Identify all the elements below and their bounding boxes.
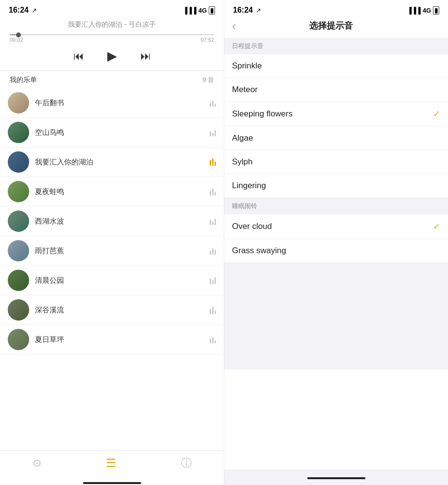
- list-item[interactable]: 夏日草坪: [0, 325, 224, 355]
- play-button[interactable]: ▶: [107, 48, 117, 64]
- sound-name: Sylph: [232, 157, 440, 167]
- song-title: 深谷溪流: [35, 306, 204, 315]
- home-bar-right: [307, 477, 365, 479]
- current-time: 00:02: [10, 37, 23, 43]
- loop-icon[interactable]: ⊙: [33, 457, 41, 469]
- list-item[interactable]: Sleeping flowers ✓: [224, 102, 448, 127]
- signal-icon-left: ▐▐▐: [183, 7, 197, 14]
- playlist: 午后翻书 空山鸟鸣 我要汇入你的湖泊: [0, 88, 224, 451]
- song-title: 午后翻书: [35, 98, 204, 108]
- list-item[interactable]: 午后翻书: [0, 88, 224, 118]
- list-item[interactable]: 清晨公园: [0, 266, 224, 295]
- song-title: 清晨公园: [35, 276, 204, 285]
- list-item[interactable]: Algae: [224, 127, 448, 150]
- right-header: ‹ 选择提示音: [224, 17, 448, 38]
- sound-name: Meteor: [232, 85, 440, 95]
- playlist-header: 我的乐单 9 首: [0, 71, 224, 88]
- right-panel: 16:24 ↗ ▐▐▐ 4G ▮ ‹ 选择提示音 日程提示音 Sprinkle …: [224, 0, 448, 485]
- section-header-sleep: 睡眠闹铃: [224, 198, 448, 214]
- avatar: [8, 270, 29, 291]
- bars-icon: [210, 99, 216, 107]
- avatar: [8, 240, 29, 261]
- sound-name: Grass swaying: [232, 246, 440, 256]
- list-item[interactable]: Over cloud ✓: [224, 214, 448, 239]
- song-title: 夏日草坪: [35, 335, 204, 344]
- avatar: [8, 92, 29, 113]
- list-item[interactable]: Sylph: [224, 150, 448, 174]
- back-button[interactable]: ‹: [232, 19, 236, 32]
- avatar: [8, 181, 29, 202]
- progress-track[interactable]: [10, 34, 214, 35]
- progress-times: 00:02 07:52: [10, 35, 214, 43]
- home-indicator: [0, 480, 224, 485]
- progress-fill: [10, 34, 16, 35]
- sound-name: Sleeping flowers: [232, 109, 433, 119]
- list-item[interactable]: Sprinkle: [224, 54, 448, 78]
- avatar: [8, 299, 29, 321]
- now-playing-title: 我要汇入你的湖泊 - 弓白凉子: [0, 17, 224, 31]
- song-title: 雨打芭蕉: [35, 246, 204, 256]
- list-item[interactable]: 夏夜蛙鸣: [0, 177, 224, 207]
- network-label-left: 4G: [199, 7, 207, 14]
- page-title: 选择提示音: [236, 20, 426, 32]
- list-item[interactable]: Lingering: [224, 174, 448, 198]
- bars-icon-active: [210, 158, 216, 166]
- sound-list: 日程提示音 Sprinkle Meteor Sleeping flowers ✓…: [224, 38, 448, 469]
- home-bar: [83, 482, 141, 484]
- total-time: 07:52: [200, 37, 214, 43]
- list-item[interactable]: 空山鸟鸣: [0, 118, 224, 147]
- list-item[interactable]: 深谷溪流: [0, 295, 224, 325]
- avatar: [8, 210, 29, 232]
- song-title-active: 我要汇入你的湖泊: [35, 158, 204, 167]
- check-icon: ✓: [433, 109, 440, 119]
- status-bar-left: 16:24 ↗ ▐▐▐ 4G ▮: [0, 0, 224, 17]
- battery-icon-left: ▮: [209, 6, 215, 15]
- list-item[interactable]: Meteor: [224, 78, 448, 102]
- avatar: [8, 122, 29, 143]
- bars-icon: [210, 336, 216, 343]
- progress-dot: [16, 32, 21, 37]
- playlist-label: 我的乐单: [10, 76, 37, 84]
- playlist-count: 9 首: [202, 76, 214, 84]
- list-item[interactable]: 雨打芭蕉: [0, 236, 224, 266]
- check-icon: ✓: [433, 221, 440, 232]
- list-item[interactable]: 我要汇入你的湖泊: [0, 147, 224, 177]
- player-controls: ⏮ ▶ ⏭: [0, 44, 224, 70]
- avatar: [8, 329, 29, 350]
- sound-name: Lingering: [232, 181, 440, 191]
- sound-name: Over cloud: [232, 222, 433, 231]
- bars-icon: [210, 188, 216, 195]
- bars-icon: [210, 276, 216, 284]
- info-icon[interactable]: ⓘ: [181, 456, 192, 470]
- home-indicator-right: [224, 469, 448, 485]
- list-item[interactable]: 西湖水波: [0, 207, 224, 236]
- network-label-right: 4G: [423, 7, 431, 14]
- next-button[interactable]: ⏭: [140, 50, 151, 63]
- song-title: 西湖水波: [35, 217, 204, 226]
- signal-icon-right: ▐▐▐: [407, 7, 421, 14]
- bottom-nav: ⊙ ☰ ⓘ: [0, 451, 224, 480]
- sound-name: Algae: [232, 133, 440, 143]
- progress-container[interactable]: 00:02 07:52: [0, 31, 224, 44]
- list-item[interactable]: Grass swaying: [224, 239, 448, 263]
- status-icons-left: ▐▐▐ 4G ▮: [183, 6, 215, 15]
- song-title: 夏夜蛙鸣: [35, 187, 204, 196]
- bars-icon: [210, 247, 216, 255]
- bars-icon: [210, 217, 216, 225]
- prev-button[interactable]: ⏮: [73, 50, 84, 63]
- sound-name: Sprinkle: [232, 61, 440, 71]
- battery-icon-right: ▮: [433, 6, 439, 15]
- status-icons-right: ▐▐▐ 4G ▮: [407, 6, 439, 15]
- time-right: 16:24 ↗: [233, 6, 261, 15]
- avatar: [8, 151, 29, 173]
- song-title: 空山鸟鸣: [35, 128, 204, 137]
- section-header-schedule: 日程提示音: [224, 38, 448, 54]
- bars-icon: [210, 129, 216, 136]
- bars-icon: [210, 306, 216, 314]
- time-left: 16:24 ↗: [9, 6, 37, 15]
- left-panel: 16:24 ↗ ▐▐▐ 4G ▮ 我要汇入你的湖泊 - 弓白凉子 00:02 0…: [0, 0, 224, 485]
- status-bar-right: 16:24 ↗ ▐▐▐ 4G ▮: [224, 0, 448, 17]
- playlist-icon[interactable]: ☰: [106, 456, 116, 470]
- empty-area: [224, 263, 448, 370]
